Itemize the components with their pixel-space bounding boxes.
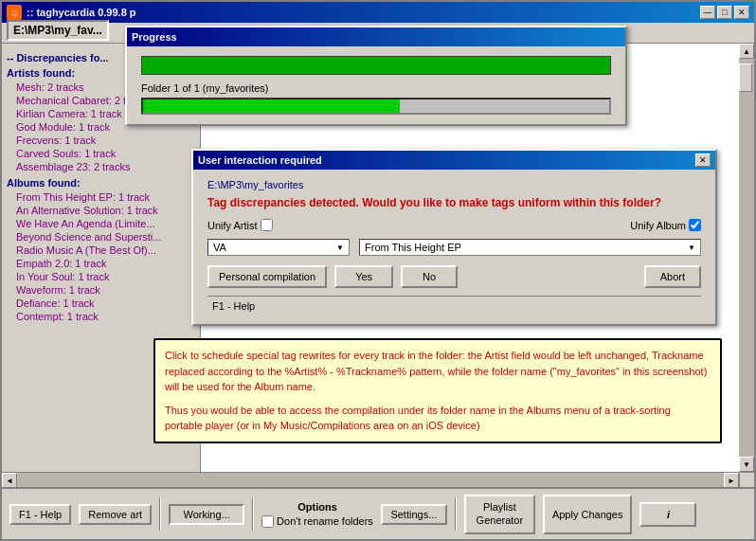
artist-item[interactable]: Frecvens: 1 track — [7, 134, 195, 147]
progress-fill-2 — [143, 99, 400, 113]
dont-rename-label: Don't rename folders — [277, 515, 373, 527]
unify-artist-checkbox[interactable] — [261, 219, 273, 231]
album-item[interactable]: In Your Soul: 1 track — [7, 270, 195, 283]
h-scroll-track[interactable] — [17, 473, 724, 488]
interaction-title-bar: User interaction required ✕ — [193, 151, 715, 170]
progress-bar-2 — [141, 98, 611, 115]
progress-fill-1 — [142, 57, 610, 74]
progress-dialog: Progress Folder 1 of 1 (my_favorites) — [125, 26, 627, 126]
progress-title: Progress — [132, 31, 177, 43]
working-button[interactable]: Working... — [169, 504, 244, 525]
separator-3 — [455, 497, 457, 531]
title-bar-left: ♫ :: taghycardia 0.99.8 p — [7, 5, 136, 20]
unify-album-checkbox[interactable] — [689, 219, 701, 231]
scroll-thumb[interactable] — [739, 63, 752, 92]
album-item[interactable]: An Alternative Solution: 1 track — [7, 204, 195, 217]
va-combo-arrow: ▼ — [336, 243, 344, 252]
va-combo[interactable]: VA ▼ — [207, 239, 350, 256]
interaction-question: Tag discrepancies detected. Would you li… — [207, 196, 701, 209]
artist-item[interactable]: Carved Souls: 1 track — [7, 147, 195, 160]
album-item[interactable]: Radio Music A (The Best Of)... — [7, 243, 195, 257]
apply-changes-button[interactable]: Apply Changes — [543, 495, 633, 534]
main-path: E:\MP3\my_fav... — [7, 20, 109, 41]
album-item[interactable]: Contempt: 1 track — [7, 310, 195, 323]
no-button[interactable]: No — [401, 265, 458, 288]
progress-title-bar: Progress — [127, 27, 625, 46]
va-value: VA — [213, 242, 226, 253]
album-item[interactable]: Waveform: 1 track — [7, 283, 195, 297]
main-window: ♫ :: taghycardia 0.99.8 p — □ ✕ E:\MP3\m… — [0, 0, 756, 541]
dialog-f1-bar: F1 - Help — [207, 296, 701, 315]
interaction-body: E:\MP3\my_favorites Tag discrepancies de… — [193, 170, 715, 324]
yes-button[interactable]: Yes — [334, 265, 393, 288]
personal-compilation-button[interactable]: Personal compilation — [207, 265, 327, 288]
dont-rename-row: Don't rename folders — [261, 515, 373, 528]
album-value: From This Height EP — [365, 242, 461, 253]
tooltip-line2: Thus you would be able to access the com… — [165, 403, 711, 434]
progress-body: Folder 1 of 1 (my_favorites) — [127, 46, 625, 124]
scroll-down-arrow[interactable]: ▼ — [739, 457, 754, 472]
scroll-up-arrow[interactable]: ▲ — [739, 44, 754, 59]
info-button[interactable]: i — [639, 502, 696, 527]
unify-album-label: Unify Album — [630, 220, 686, 231]
interaction-title: User interaction required — [198, 154, 322, 166]
album-combo-arrow: ▼ — [688, 243, 695, 252]
unify-artist-label: Unify Artist — [207, 220, 258, 231]
dont-rename-checkbox[interactable] — [261, 515, 274, 528]
playlist-generator-button[interactable]: Playlist Generator — [464, 495, 535, 534]
minimize-button[interactable]: — — [700, 6, 715, 19]
options-section: Options Don't rename folders — [261, 501, 373, 528]
settings-button[interactable]: Settings... — [381, 504, 447, 525]
album-item[interactable]: Empath 2.0: 1 track — [7, 257, 195, 270]
f1-help-button[interactable]: F1 - Help — [9, 504, 71, 525]
scroll-track[interactable] — [739, 59, 754, 457]
scroll-right-arrow[interactable]: ► — [724, 473, 739, 488]
combo-row: VA ▼ From This Height EP ▼ — [207, 239, 701, 256]
unify-options-row: Unify Artist Unify Album — [207, 219, 701, 231]
app-title: :: taghycardia 0.99.8 p — [27, 7, 136, 18]
vertical-scrollbar[interactable]: ▲ ▼ — [739, 44, 754, 472]
action-row: Personal compilation Yes No Abort — [207, 265, 701, 288]
album-combo[interactable]: From This Height EP ▼ — [359, 239, 701, 256]
separator-2 — [252, 497, 254, 531]
app-icon: ♫ — [7, 5, 22, 20]
artist-item[interactable]: Assemblage 23: 2 tracks — [7, 160, 195, 173]
interaction-close-button[interactable]: ✕ — [695, 153, 711, 167]
abort-button[interactable]: Abort — [644, 265, 701, 288]
album-item[interactable]: Beyond Science and Supersti... — [7, 230, 195, 243]
scroll-left-arrow[interactable]: ◄ — [2, 473, 17, 488]
horizontal-scrollbar-area: ◄ ► — [2, 472, 754, 487]
unify-album-row: Unify Album — [630, 219, 701, 231]
album-item[interactable]: From This Height EP: 1 track — [7, 190, 195, 204]
interaction-dialog: User interaction required ✕ E:\MP3\my_fa… — [191, 149, 717, 326]
separator-1 — [159, 497, 161, 531]
title-bar: ♫ :: taghycardia 0.99.8 p — □ ✕ — [2, 2, 754, 23]
album-item[interactable]: We Have An Agenda (Limite... — [7, 217, 195, 230]
bottom-bar: F1 - Help Remove art Working... Options … — [2, 487, 754, 539]
unify-artist-row: Unify Artist — [207, 219, 273, 231]
close-button[interactable]: ✕ — [734, 6, 749, 19]
album-item[interactable]: Defiance: 1 track — [7, 297, 195, 310]
dialog-f1-label: F1 - Help — [212, 300, 255, 312]
albums-header: Albums found: — [7, 177, 195, 189]
folder-label: Folder 1 of 1 (my_favorites) — [141, 82, 611, 94]
maximize-button[interactable]: □ — [717, 6, 732, 19]
remove-art-button[interactable]: Remove art — [79, 504, 152, 525]
title-bar-controls: — □ ✕ — [700, 6, 749, 19]
options-label: Options — [297, 501, 337, 513]
tooltip-line1: Click to schedule special tag rewrites f… — [165, 348, 711, 395]
progress-bar-1 — [141, 56, 611, 75]
interaction-path: E:\MP3\my_favorites — [207, 179, 701, 190]
tooltip-box: Click to schedule special tag rewrites f… — [153, 338, 722, 443]
